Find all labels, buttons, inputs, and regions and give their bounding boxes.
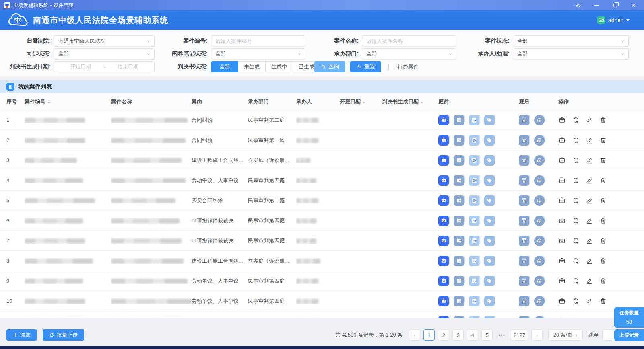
case-status-select[interactable]: 全部 ∨	[513, 35, 629, 47]
ai-robot-icon[interactable]	[438, 195, 449, 206]
ai-robot-icon[interactable]	[438, 216, 449, 226]
headset-push-icon[interactable]: 推	[534, 135, 545, 146]
todo-case-checkbox[interactable]: 待办案件	[388, 63, 419, 70]
panel-layout-icon[interactable]	[454, 256, 464, 266]
delete-icon[interactable]	[599, 317, 607, 318]
tag-icon[interactable]	[484, 175, 495, 186]
court-select[interactable]: 南通市中级人民法院 ∨	[54, 35, 155, 47]
search-button[interactable]: 查询	[314, 61, 345, 72]
refresh-icon[interactable]	[572, 237, 580, 244]
headset-push-icon[interactable]: 推	[534, 195, 545, 206]
case-name-input[interactable]	[362, 35, 456, 47]
archive-box-icon[interactable]	[558, 197, 566, 204]
reset-button[interactable]: 重置	[350, 61, 381, 72]
note-edit-icon[interactable]	[469, 276, 479, 286]
tag-icon[interactable]	[484, 316, 495, 319]
judgment-doc-icon[interactable]: 判	[519, 256, 529, 266]
panel-layout-icon[interactable]	[454, 195, 464, 206]
ai-robot-icon[interactable]	[438, 276, 449, 286]
minimize-icon[interactable]	[593, 2, 600, 8]
note-edit-icon[interactable]	[469, 175, 479, 186]
refresh-icon[interactable]	[572, 177, 580, 184]
refresh-icon[interactable]	[572, 257, 580, 265]
batch-upload-button[interactable]: 批量上传	[43, 329, 84, 341]
sort-hearing-date[interactable]	[363, 100, 365, 103]
panel-layout-icon[interactable]	[454, 236, 464, 246]
pagination-page-5[interactable]: 5	[481, 329, 493, 341]
delete-icon[interactable]	[599, 217, 607, 224]
ai-robot-icon[interactable]	[438, 236, 449, 246]
note-edit-icon[interactable]	[469, 316, 479, 319]
judgment-doc-icon[interactable]: 判	[519, 296, 529, 306]
delete-icon[interactable]	[599, 116, 607, 124]
headset-push-icon[interactable]: 推	[534, 256, 545, 266]
ai-robot-icon[interactable]	[438, 316, 449, 319]
note-edit-icon[interactable]	[469, 296, 479, 306]
pagination-page-1[interactable]: 1	[423, 329, 435, 341]
note-edit-icon[interactable]	[469, 216, 479, 226]
panel-layout-icon[interactable]	[454, 155, 464, 166]
close-icon[interactable]: ✕	[630, 2, 637, 8]
edit-icon[interactable]	[586, 197, 593, 204]
headset-push-icon[interactable]: 推	[534, 316, 545, 319]
segment-generating[interactable]: 生成中	[266, 61, 293, 72]
edit-icon[interactable]	[586, 237, 593, 244]
pagination-page-4[interactable]: 4	[467, 329, 478, 341]
edit-icon[interactable]	[586, 317, 593, 318]
refresh-icon[interactable]	[572, 217, 580, 224]
headset-push-icon[interactable]: 推	[534, 155, 545, 166]
pagination-ellipsis[interactable]: •••	[496, 329, 508, 341]
panel-layout-icon[interactable]	[454, 276, 464, 286]
pagination-page-2[interactable]: 2	[438, 329, 449, 341]
refresh-icon[interactable]	[572, 297, 580, 305]
headset-push-icon[interactable]: 推	[534, 216, 545, 226]
ai-robot-icon[interactable]	[438, 155, 449, 166]
prev-page-button[interactable]: ‹	[409, 329, 420, 341]
refresh-icon[interactable]	[572, 116, 580, 124]
delete-icon[interactable]	[599, 277, 607, 285]
tag-icon[interactable]	[484, 195, 495, 206]
edit-icon[interactable]	[586, 116, 593, 124]
edit-icon[interactable]	[586, 136, 593, 144]
tag-icon[interactable]	[484, 296, 495, 306]
archive-box-icon[interactable]	[558, 257, 566, 265]
archive-box-icon[interactable]	[558, 116, 566, 124]
headset-push-icon[interactable]: 推	[534, 115, 545, 125]
next-page-button[interactable]: ›	[531, 329, 543, 341]
edit-icon[interactable]	[586, 217, 593, 224]
headset-push-icon[interactable]: 推	[534, 175, 545, 186]
tag-icon[interactable]	[484, 135, 495, 146]
archive-box-icon[interactable]	[558, 177, 566, 184]
refresh-icon[interactable]	[572, 317, 580, 318]
delete-icon[interactable]	[599, 136, 607, 144]
archive-box-icon[interactable]	[558, 277, 566, 285]
add-button[interactable]: 添加	[6, 329, 37, 341]
note-edit-icon[interactable]	[469, 256, 479, 266]
delete-icon[interactable]	[599, 257, 607, 265]
settings-gear-icon[interactable]	[575, 2, 581, 8]
panel-layout-icon[interactable]	[454, 216, 464, 226]
case-no-input[interactable]	[211, 35, 305, 47]
headset-push-icon[interactable]: 推	[534, 296, 545, 306]
segment-not-generated[interactable]: 未生成	[238, 61, 266, 72]
judgment-date-range-input[interactable]: 开始日期 ~ 结束日期	[54, 61, 155, 72]
panel-layout-icon[interactable]	[454, 316, 464, 319]
judgment-doc-icon[interactable]: 判	[519, 316, 529, 319]
note-edit-icon[interactable]	[469, 135, 479, 146]
note-edit-icon[interactable]	[469, 195, 479, 206]
judgment-doc-icon[interactable]: 判	[519, 155, 529, 166]
panel-layout-icon[interactable]	[454, 296, 464, 306]
user-menu[interactable]: admin	[597, 16, 637, 24]
refresh-icon[interactable]	[572, 136, 580, 144]
task-count-badge[interactable]: 任务数量 58	[614, 307, 644, 328]
archive-box-icon[interactable]	[558, 317, 566, 318]
tag-icon[interactable]	[484, 236, 495, 246]
edit-icon[interactable]	[586, 177, 593, 184]
upload-records-button[interactable]: 上传记录	[614, 329, 644, 341]
edit-icon[interactable]	[586, 156, 593, 164]
judgment-doc-icon[interactable]: 判	[519, 216, 529, 226]
delete-icon[interactable]	[599, 177, 607, 184]
note-edit-icon[interactable]	[469, 155, 479, 166]
panel-layout-icon[interactable]	[454, 115, 464, 125]
refresh-icon[interactable]	[572, 197, 580, 204]
